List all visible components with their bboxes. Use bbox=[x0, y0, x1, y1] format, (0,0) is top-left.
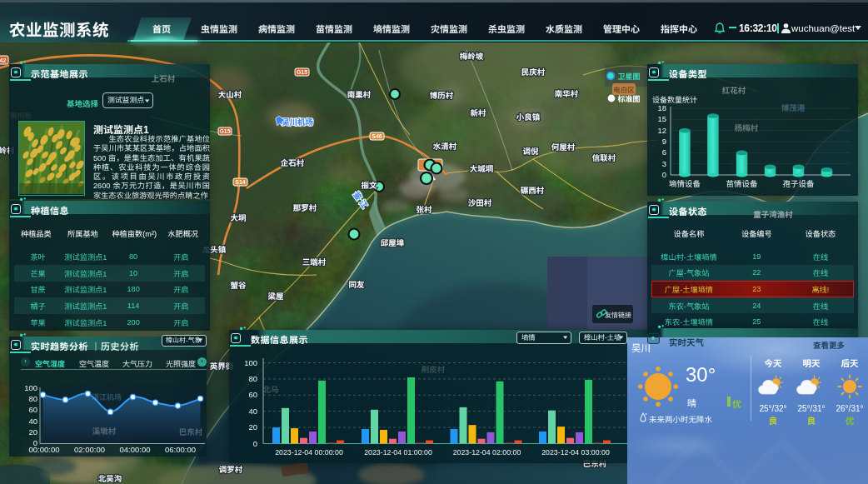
svg-text:18: 18 bbox=[657, 103, 666, 112]
svg-text:20: 20 bbox=[28, 427, 37, 437]
svg-text:0: 0 bbox=[253, 439, 257, 448]
svg-text:00:00:00: 00:00:00 bbox=[29, 445, 60, 454]
svg-text:2023-12-04 02:00:00: 2023-12-04 02:00:00 bbox=[453, 448, 521, 457]
svg-text:2023-12-04 01:00:00: 2023-12-04 01:00:00 bbox=[364, 448, 432, 457]
svg-text:红花村: 红花村 bbox=[722, 86, 746, 95]
svg-text:2023-12-04 03:00:00: 2023-12-04 03:00:00 bbox=[541, 448, 610, 457]
svg-text:80: 80 bbox=[28, 394, 37, 403]
svg-text:02:00:00: 02:00:00 bbox=[74, 445, 105, 454]
svg-text:上石村: 上石村 bbox=[152, 74, 176, 83]
svg-text:博茂港: 博茂港 bbox=[781, 103, 806, 112]
svg-text:40: 40 bbox=[28, 417, 37, 426]
svg-text:60: 60 bbox=[28, 405, 37, 414]
svg-text:墒情设备: 墒情设备 bbox=[669, 179, 701, 188]
svg-text:04:00:00: 04:00:00 bbox=[120, 445, 151, 454]
svg-text:0: 0 bbox=[662, 170, 666, 179]
svg-text:9: 9 bbox=[662, 137, 666, 146]
svg-text:06:00:00: 06:00:00 bbox=[165, 445, 196, 454]
svg-text:20: 20 bbox=[248, 422, 257, 432]
svg-text:6: 6 bbox=[662, 147, 666, 157]
svg-text:100: 100 bbox=[244, 358, 257, 367]
svg-text:80: 80 bbox=[248, 374, 257, 383]
svg-text:15: 15 bbox=[657, 114, 666, 123]
svg-text:童子湾渔村: 童子湾渔村 bbox=[753, 210, 793, 219]
svg-text:苗情设备: 苗情设备 bbox=[726, 179, 758, 188]
svg-text:100: 100 bbox=[24, 383, 37, 392]
svg-text:湛江机场: 湛江机场 bbox=[92, 393, 122, 402]
svg-text:40: 40 bbox=[248, 407, 257, 416]
svg-text:12: 12 bbox=[657, 126, 666, 135]
svg-text:3: 3 bbox=[662, 159, 666, 168]
svg-text:孢子设备: 孢子设备 bbox=[782, 179, 815, 188]
svg-text:北马: 北马 bbox=[262, 385, 278, 394]
svg-text:荆皮村: 荆皮村 bbox=[422, 365, 446, 374]
svg-text:60: 60 bbox=[248, 390, 257, 399]
svg-text:巴东村: 巴东村 bbox=[179, 427, 203, 437]
svg-text:2023-12-04 00:00:00: 2023-12-04 00:00:00 bbox=[275, 448, 343, 457]
svg-text:溪墩村: 溪墩村 bbox=[92, 427, 117, 436]
svg-text:杨梅村: 杨梅村 bbox=[735, 123, 759, 132]
